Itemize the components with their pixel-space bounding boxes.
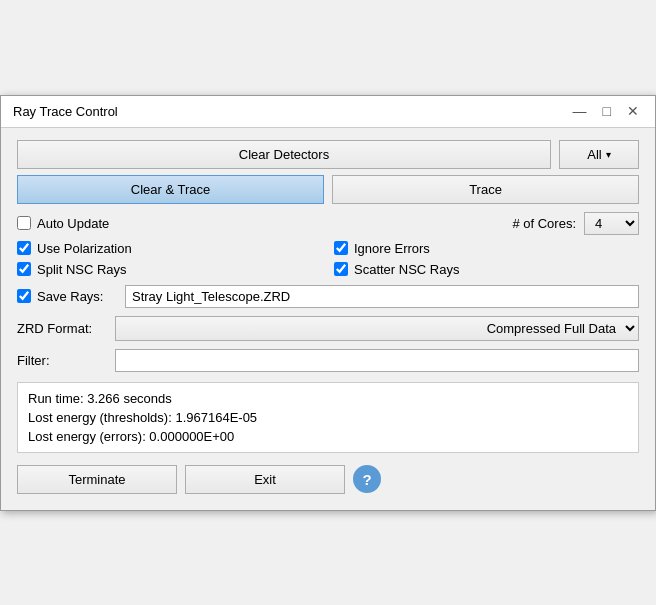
scatter-nsc-rays-label: Scatter NSC Rays xyxy=(354,262,459,277)
all-label: All xyxy=(587,147,601,162)
zrd-format-select[interactable]: Compressed Full Data Full Data Compresse… xyxy=(115,316,639,341)
cores-label: # of Cores: xyxy=(512,216,576,231)
terminate-button[interactable]: Terminate xyxy=(17,465,177,494)
exit-button[interactable]: Exit xyxy=(185,465,345,494)
use-polarization-label: Use Polarization xyxy=(37,241,132,256)
button-row-2: Clear & Trace Trace xyxy=(17,175,639,204)
trace-button[interactable]: Trace xyxy=(332,175,639,204)
auto-update-checkbox[interactable] xyxy=(17,216,31,230)
filter-row: Filter: xyxy=(17,349,639,372)
save-rays-checkbox-row: Save Rays: xyxy=(17,289,117,304)
title-bar: Ray Trace Control — □ ✕ xyxy=(1,96,655,128)
auto-update-label: Auto Update xyxy=(37,216,109,231)
filter-input[interactable] xyxy=(115,349,639,372)
all-button[interactable]: All ▾ xyxy=(559,140,639,169)
ignore-errors-row: Ignore Errors xyxy=(334,241,639,256)
scatter-nsc-rays-row: Scatter NSC Rays xyxy=(334,262,639,277)
save-rays-label: Save Rays: xyxy=(37,289,103,304)
split-nsc-rays-checkbox[interactable] xyxy=(17,262,31,276)
lost-energy-errors-info: Lost energy (errors): 0.000000E+00 xyxy=(28,429,628,444)
zrd-format-row: ZRD Format: Compressed Full Data Full Da… xyxy=(17,316,639,341)
cores-select[interactable]: 4 1 2 8 xyxy=(584,212,639,235)
lost-energy-thresholds-info: Lost energy (thresholds): 1.967164E-05 xyxy=(28,410,628,425)
clear-and-trace-button[interactable]: Clear & Trace xyxy=(17,175,324,204)
filter-label: Filter: xyxy=(17,353,107,368)
all-dropdown-arrow: ▾ xyxy=(606,149,611,160)
info-section: Run time: 3.266 seconds Lost energy (thr… xyxy=(17,382,639,453)
button-row-1: Clear Detectors All ▾ xyxy=(17,140,639,169)
auto-update-row: Auto Update xyxy=(17,212,322,235)
split-nsc-rays-label: Split NSC Rays xyxy=(37,262,127,277)
ignore-errors-checkbox[interactable] xyxy=(334,241,348,255)
split-nsc-rays-row: Split NSC Rays xyxy=(17,262,322,277)
maximize-button[interactable]: □ xyxy=(599,104,615,118)
ignore-errors-label: Ignore Errors xyxy=(354,241,430,256)
clear-detectors-button[interactable]: Clear Detectors xyxy=(17,140,551,169)
use-polarization-row: Use Polarization xyxy=(17,241,322,256)
scatter-nsc-rays-checkbox[interactable] xyxy=(334,262,348,276)
minimize-button[interactable]: — xyxy=(569,104,591,118)
ray-trace-window: Ray Trace Control — □ ✕ Clear Detectors … xyxy=(0,95,656,511)
zrd-format-label: ZRD Format: xyxy=(17,321,107,336)
use-polarization-checkbox[interactable] xyxy=(17,241,31,255)
save-rays-row: Save Rays: xyxy=(17,285,639,308)
cores-row: # of Cores: 4 1 2 8 xyxy=(334,212,639,235)
window-title: Ray Trace Control xyxy=(13,104,118,119)
runtime-info: Run time: 3.266 seconds xyxy=(28,391,628,406)
save-rays-input[interactable] xyxy=(125,285,639,308)
help-button[interactable]: ? xyxy=(353,465,381,493)
title-bar-controls: — □ ✕ xyxy=(569,104,643,118)
options-grid: Auto Update # of Cores: 4 1 2 8 Use Pola… xyxy=(17,212,639,277)
close-button[interactable]: ✕ xyxy=(623,104,643,118)
save-rays-checkbox[interactable] xyxy=(17,289,31,303)
bottom-bar: Terminate Exit ? xyxy=(17,465,639,494)
main-content: Clear Detectors All ▾ Clear & Trace Trac… xyxy=(1,128,655,510)
